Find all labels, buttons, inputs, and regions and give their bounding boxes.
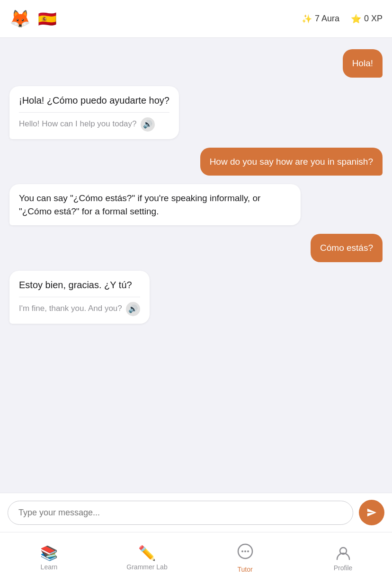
bottom-nav: 📚 Learn ✏️ Grammer Lab Tutor Profile [0,532,392,584]
bot-english-text: I'm fine, thank you. And you? 🔊 [19,302,140,316]
message-row: How do you say how are you in spanish? [9,148,383,176]
bot-bubble: ¡Hola! ¿Cómo puedo ayudarte hoy? Hello! … [9,86,179,139]
bot-bubble: You can say "¿Cómo estás?" if you're spe… [9,184,301,225]
message-row: You can say "¿Cómo estás?" if you're spe… [9,184,383,225]
nav-item-tutor[interactable]: Tutor [196,532,294,584]
aura-icon: ✨ [302,14,312,24]
nav-item-learn[interactable]: 📚 Learn [0,532,98,584]
speaker-icon[interactable]: 🔊 [126,302,140,316]
nav-label-profile: Profile [334,564,353,572]
svg-point-1 [241,550,243,552]
fox-avatar: 🦊 [8,7,32,31]
bot-spanish-text: ¡Hola! ¿Cómo puedo ayudarte hoy? [19,94,169,113]
language-flag: 🇪🇸 [38,10,57,28]
learn-icon: 📚 [40,546,58,560]
nav-item-profile[interactable]: Profile [294,532,392,584]
xp-badge: ⭐ 0 XP [351,14,383,24]
message-text: How do you say how are you in spanish? [210,157,373,167]
profile-icon [335,545,351,561]
nav-item-grammar[interactable]: ✏️ Grammer Lab [98,532,196,584]
user-bubble: Cómo estás? [311,234,383,262]
xp-count: 0 XP [364,14,383,24]
bot-spanish-text: Estoy bien, gracias. ¿Y tú? [19,278,140,297]
speaker-icon[interactable]: 🔊 [141,117,155,132]
input-area [0,493,392,532]
header-left: 🦊 🇪🇸 [8,7,57,31]
message-row: Estoy bien, gracias. ¿Y tú? I'm fine, th… [9,271,383,324]
xp-icon: ⭐ [351,14,361,24]
nav-label-tutor: Tutor [237,566,252,573]
nav-label-grammar: Grammer Lab [126,563,167,571]
message-input[interactable] [8,501,353,525]
header: 🦊 🇪🇸 ✨ 7 Aura ⭐ 0 XP [0,0,392,38]
message-row: ¡Hola! ¿Cómo puedo ayudarte hoy? Hello! … [9,86,383,139]
chat-area: Hola! ¡Hola! ¿Cómo puedo ayudarte hoy? H… [0,38,392,493]
aura-badge: ✨ 7 Aura [302,14,339,24]
header-right: ✨ 7 Aura ⭐ 0 XP [302,14,383,24]
svg-point-3 [247,550,249,552]
nav-label-learn: Learn [41,563,58,571]
message-text: Hola! [352,58,373,68]
message-text: Cómo estás? [320,243,373,253]
user-bubble: How do you say how are you in spanish? [200,148,383,176]
send-icon [366,507,377,518]
send-button[interactable] [359,500,384,525]
user-bubble: Hola! [343,49,383,78]
tutor-icon [237,543,253,563]
grammar-icon: ✏️ [138,546,156,560]
message-row: Hola! [9,49,383,78]
svg-point-2 [244,550,246,552]
message-row: Cómo estás? [9,234,383,262]
aura-count: 7 Aura [315,14,339,24]
bot-plain-text: You can say "¿Cómo estás?" if you're spe… [19,193,260,216]
bot-english-text: Hello! How can I help you today? 🔊 [19,117,169,132]
bot-bubble: Estoy bien, gracias. ¿Y tú? I'm fine, th… [9,271,150,324]
